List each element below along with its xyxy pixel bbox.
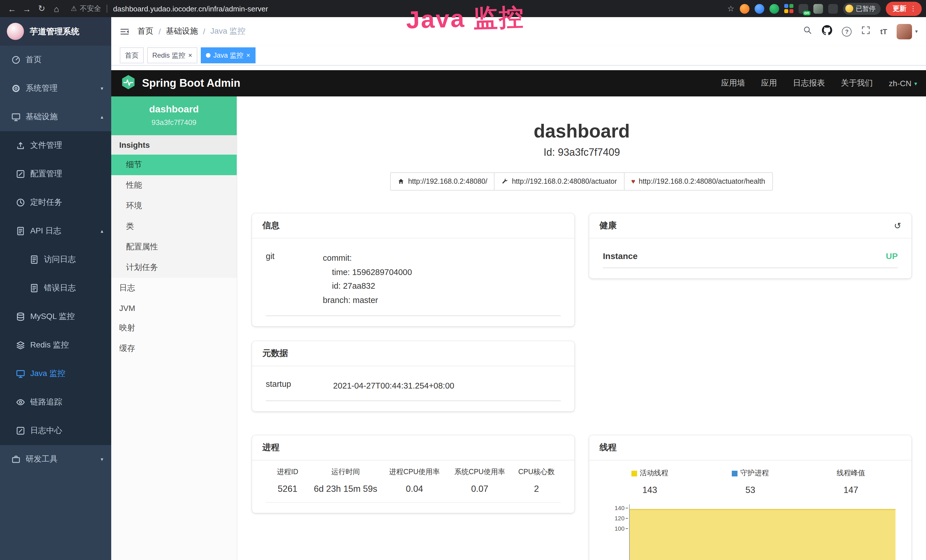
- sidebar-item-file-management[interactable]: 文件管理: [0, 131, 111, 160]
- kebab-menu-icon[interactable]: ⋮: [910, 5, 917, 12]
- home-icon[interactable]: ⌂: [49, 4, 64, 14]
- sba-sidebar-item-environment[interactable]: 环境: [111, 196, 237, 216]
- sidebar-item-label: Java 监控: [30, 369, 65, 379]
- sba-sidebar-item-scheduled-tasks[interactable]: 计划任务: [111, 257, 237, 278]
- sidebar-item-label: 研发工具: [26, 454, 57, 465]
- sba-sidebar-item-metrics[interactable]: 性能: [111, 175, 237, 196]
- sidebar-item-label: 基础设施: [26, 112, 57, 122]
- tab-redis-monitor[interactable]: Redis 监控 ×: [147, 47, 197, 64]
- threads-legend-label: 守护进程: [740, 468, 769, 478]
- close-icon[interactable]: ×: [246, 51, 250, 59]
- avatar-caret-icon[interactable]: ▾: [915, 29, 918, 34]
- sidebar-item-log-center[interactable]: 日志中心: [0, 416, 111, 445]
- sidebar-item-api-log[interactable]: API 日志 ▴: [0, 217, 111, 245]
- threads-card: 线程 活动线程: [589, 435, 911, 560]
- sba-instance-header[interactable]: dashboard 93a3fc7f7409: [111, 97, 237, 135]
- sidebar-item-tracing[interactable]: 链路追踪: [0, 388, 111, 416]
- sba-sidebar-item-jvm[interactable]: JVM: [111, 298, 237, 318]
- chevron-down-icon: ▾: [101, 86, 103, 91]
- sidebar-item-java-monitor[interactable]: Java 监控: [0, 359, 111, 388]
- bookmark-star-icon[interactable]: ☆: [727, 4, 734, 13]
- security-label: 不安全: [80, 4, 101, 14]
- process-cpu: 0.04: [382, 484, 447, 494]
- search-icon[interactable]: [803, 26, 812, 37]
- sidebar-item-mysql-monitor[interactable]: MySQL 监控: [0, 303, 111, 331]
- sidebar-item-system[interactable]: 系统管理 ▾: [0, 74, 111, 103]
- on-switch-extension-icon[interactable]: on: [798, 4, 808, 14]
- back-icon[interactable]: ←: [5, 4, 20, 14]
- sba-locale-select[interactable]: zh-CN ▾: [889, 79, 917, 88]
- metadata-value: 2021-04-27T00:44:31.254+08:00: [333, 378, 561, 392]
- sba-sidebar-item-mappings[interactable]: 映射: [111, 318, 237, 338]
- address-bar-url[interactable]: dashboard.yudao.iocoder.cn/infra/admin-s…: [113, 4, 268, 13]
- reload-icon[interactable]: ↻: [34, 3, 49, 14]
- history-icon[interactable]: ↺: [894, 221, 901, 231]
- browser-update-button[interactable]: 更新 ⋮: [886, 2, 922, 16]
- sidebar-fold-icon[interactable]: [120, 27, 130, 36]
- sba-nav-about[interactable]: 关于我们: [841, 78, 873, 88]
- green-circle-extension-icon[interactable]: [769, 4, 779, 14]
- sidebar-item-dev-tools[interactable]: 研发工具 ▾: [0, 445, 111, 474]
- sidebar-item-error-log[interactable]: 错误日志: [0, 274, 111, 303]
- sidebar-item-infrastructure[interactable]: 基础设施 ▴: [0, 103, 111, 131]
- orange-extension-icon[interactable]: [740, 4, 749, 14]
- process-col-header: 进程ID: [266, 467, 309, 477]
- sidebar-item-access-log[interactable]: 访问日志: [0, 245, 111, 274]
- sba-nav-applications[interactable]: 应用: [761, 78, 777, 88]
- active-threads-area: [630, 509, 896, 560]
- process-uptime: 6d 23h 15m 59s: [309, 484, 382, 494]
- info-card: 信息 git commit: time: 1596289704000 id: 2: [252, 213, 574, 326]
- app-title: 芋道管理系统: [30, 26, 79, 37]
- fullscreen-icon[interactable]: [861, 26, 870, 37]
- info-line: id: 27aa832: [323, 279, 561, 293]
- health-url-link[interactable]: ♥ http://192.168.0.2:48080/actuator/heal…: [624, 172, 773, 191]
- eye-icon: [16, 398, 25, 407]
- puzzle-extension-icon[interactable]: [828, 4, 838, 14]
- leaf-extension-icon[interactable]: [813, 4, 823, 14]
- breadcrumb-infrastructure[interactable]: 基础设施: [166, 26, 198, 36]
- actuator-url-link[interactable]: http://192.168.0.2:48080/actuator: [494, 172, 624, 191]
- tab-java-monitor[interactable]: Java 监控 ×: [201, 47, 255, 64]
- sba-logo-icon[interactable]: [120, 74, 136, 92]
- chevron-down-icon: ▾: [914, 80, 917, 86]
- sba-sidebar-item-logs[interactable]: 日志: [111, 278, 237, 298]
- github-icon[interactable]: [822, 25, 832, 38]
- threads-legend-label: 活动线程: [640, 468, 668, 478]
- annotation-java-monitor: Java 监控: [406, 1, 525, 37]
- paused-label: 已暂停: [856, 4, 876, 13]
- font-size-icon[interactable]: tT: [880, 27, 887, 36]
- edit-icon: [16, 170, 25, 179]
- sidebar-item-config-management[interactable]: 配置管理: [0, 160, 111, 188]
- info-line: branch: master: [323, 293, 561, 307]
- sba-sidebar-item-config-props[interactable]: 配置属性: [111, 237, 237, 257]
- sba-sidebar-item-caches[interactable]: 缓存: [111, 338, 237, 359]
- sba-sidebar-item-details[interactable]: 细节: [111, 154, 237, 175]
- site-security-chip[interactable]: ⚠ 不安全: [71, 4, 101, 14]
- apps-grid-extension-icon[interactable]: [784, 4, 793, 13]
- profile-paused-chip[interactable]: 已暂停: [843, 3, 881, 15]
- user-avatar[interactable]: [897, 24, 912, 39]
- sidebar-item-scheduled-jobs[interactable]: 定时任务: [0, 188, 111, 217]
- instance-url-link[interactable]: http://192.168.0.2:48080/: [390, 172, 495, 191]
- sba-nav-journal[interactable]: 日志报表: [793, 78, 825, 88]
- health-instance-label[interactable]: Instance: [603, 251, 638, 261]
- close-icon[interactable]: ×: [188, 51, 192, 59]
- tab-home[interactable]: 首页: [120, 47, 144, 64]
- sidebar-logo[interactable]: 芋道管理系统: [0, 17, 111, 45]
- logo-avatar: [7, 23, 24, 40]
- sidebar-item-redis-monitor[interactable]: Redis 监控: [0, 331, 111, 359]
- sidebar-item-label: 定时任务: [30, 197, 62, 208]
- peak-threads-value: 147: [800, 485, 901, 495]
- sba-sidebar-item-classes[interactable]: 类: [111, 216, 237, 237]
- forward-icon[interactable]: →: [20, 4, 34, 14]
- help-icon[interactable]: ?: [842, 27, 852, 36]
- home-icon: [398, 178, 405, 185]
- water-drop-extension-icon[interactable]: [754, 4, 764, 14]
- sba-nav-wallboard[interactable]: 应用墙: [721, 78, 745, 88]
- breadcrumb-home[interactable]: 首页: [138, 26, 153, 36]
- sba-brand-title[interactable]: Spring Boot Admin: [142, 77, 241, 89]
- sidebar-item-home[interactable]: 首页: [0, 45, 111, 74]
- java-monitor-icon: [16, 369, 25, 378]
- gauge-icon: [11, 55, 21, 65]
- content-gap: [111, 66, 926, 70]
